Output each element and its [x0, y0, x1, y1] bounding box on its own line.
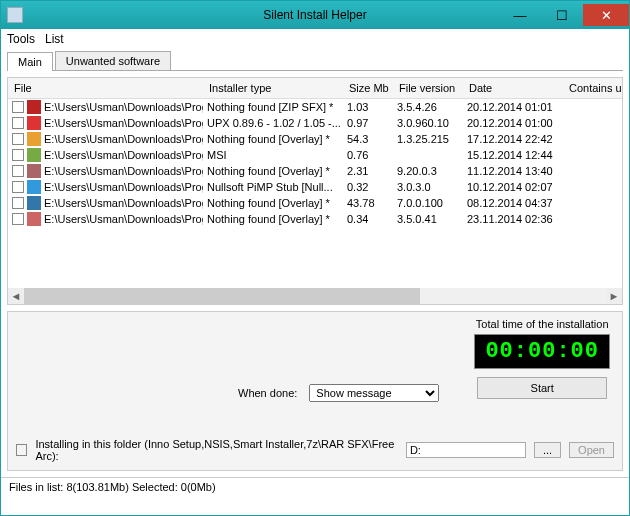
window-title: Silent Install Helper: [263, 8, 366, 22]
table-row[interactable]: E:\Users\Usman\Downloads\Progra...: [8, 131, 203, 147]
table-row[interactable]: E:\Users\Usman\Downloads\Progra...: [8, 163, 203, 179]
file-icon: [27, 212, 41, 226]
install-path-input[interactable]: [406, 442, 526, 458]
tab-main[interactable]: Main: [7, 52, 53, 71]
when-done-label: When done:: [238, 387, 297, 399]
contains-unwanted: [563, 99, 623, 115]
maximize-button[interactable]: ☐: [541, 4, 583, 26]
scroll-left-icon[interactable]: ◄: [8, 288, 24, 304]
file-date: 11.12.2014 13:40: [463, 163, 563, 179]
installer-type: MSI: [203, 147, 343, 163]
scroll-right-icon[interactable]: ►: [606, 288, 622, 304]
file-list: File Installer type Size Mb File version…: [7, 77, 623, 305]
file-version: 3.0.3.0: [393, 179, 463, 195]
file-date: 10.12.2014 02:07: [463, 179, 563, 195]
timer-display: 00:00:00: [474, 334, 610, 369]
file-icon: [27, 148, 41, 162]
col-version[interactable]: File version: [393, 78, 463, 99]
row-checkbox[interactable]: [12, 117, 24, 129]
file-size: 43.78: [343, 195, 393, 211]
row-checkbox[interactable]: [12, 181, 24, 193]
table-row[interactable]: E:\Users\Usman\Downloads\Progra...: [8, 115, 203, 131]
close-button[interactable]: ✕: [583, 4, 629, 26]
tab-strip: Main Unwanted software: [7, 51, 623, 71]
file-path: E:\Users\Usman\Downloads\Progra...: [44, 149, 203, 161]
open-button[interactable]: Open: [569, 442, 614, 458]
file-date: 20.12.2014 01:00: [463, 115, 563, 131]
horizontal-scrollbar[interactable]: ◄ ►: [8, 288, 622, 304]
file-path: E:\Users\Usman\Downloads\Progra...: [44, 101, 203, 113]
file-date: 17.12.2014 22:42: [463, 131, 563, 147]
file-path: E:\Users\Usman\Downloads\Progra...: [44, 213, 203, 225]
file-icon: [27, 180, 41, 194]
timer-label: Total time of the installation: [474, 318, 610, 330]
file-version: 9.20.0.3: [393, 163, 463, 179]
titlebar: Silent Install Helper — ☐ ✕: [1, 1, 629, 29]
file-date: 08.12.2014 04:37: [463, 195, 563, 211]
installer-type: Nothing found [ZIP SFX] *: [203, 99, 343, 115]
table-row[interactable]: E:\Users\Usman\Downloads\Progra...: [8, 195, 203, 211]
col-date[interactable]: Date: [463, 78, 563, 99]
start-button[interactable]: Start: [477, 377, 607, 399]
row-checkbox[interactable]: [12, 165, 24, 177]
file-icon: [27, 116, 41, 130]
file-path: E:\Users\Usman\Downloads\Progra...: [44, 165, 203, 177]
file-version: 3.5.4.26: [393, 99, 463, 115]
file-icon: [27, 164, 41, 178]
file-path: E:\Users\Usman\Downloads\Progra...: [44, 133, 203, 145]
file-icon: [27, 196, 41, 210]
contains-unwanted: [563, 147, 623, 163]
file-size: 0.76: [343, 147, 393, 163]
file-date: 23.11.2014 02:36: [463, 211, 563, 227]
file-icon: [27, 132, 41, 146]
installer-type: Nothing found [Overlay] *: [203, 131, 343, 147]
installer-type: UPX 0.89.6 - 1.02 / 1.05 -...: [203, 115, 343, 131]
menu-tools[interactable]: Tools: [7, 32, 35, 46]
file-path: E:\Users\Usman\Downloads\Progra...: [44, 181, 203, 193]
app-icon: [7, 7, 23, 23]
contains-unwanted: [563, 131, 623, 147]
contains-unwanted: [563, 211, 623, 227]
contains-unwanted: [563, 195, 623, 211]
file-size: 0.34: [343, 211, 393, 227]
contains-unwanted: [563, 179, 623, 195]
col-file[interactable]: File: [8, 78, 203, 99]
installer-type: Nothing found [Overlay] *: [203, 163, 343, 179]
row-checkbox[interactable]: [12, 197, 24, 209]
table-row[interactable]: E:\Users\Usman\Downloads\Progra...: [8, 99, 203, 115]
bottom-panel: Total time of the installation 00:00:00 …: [7, 311, 623, 471]
table-row[interactable]: E:\Users\Usman\Downloads\Progra...: [8, 179, 203, 195]
when-done-select[interactable]: Show messageClose the programRestartShut…: [309, 384, 439, 402]
file-version: 3.5.0.41: [393, 211, 463, 227]
menu-list[interactable]: List: [45, 32, 64, 46]
file-path: E:\Users\Usman\Downloads\Progra...: [44, 117, 203, 129]
row-checkbox[interactable]: [12, 133, 24, 145]
contains-unwanted: [563, 115, 623, 131]
install-folder-checkbox[interactable]: [16, 444, 27, 456]
file-icon: [27, 100, 41, 114]
row-checkbox[interactable]: [12, 101, 24, 113]
table-row[interactable]: E:\Users\Usman\Downloads\Progra...: [8, 211, 203, 227]
file-version: [393, 147, 463, 163]
col-installer-type[interactable]: Installer type: [203, 78, 343, 99]
contains-unwanted: [563, 163, 623, 179]
browse-button[interactable]: ...: [534, 442, 561, 458]
file-size: 0.32: [343, 179, 393, 195]
col-unwanted[interactable]: Contains unwanted s: [563, 78, 623, 99]
row-checkbox[interactable]: [12, 149, 24, 161]
col-size[interactable]: Size Mb: [343, 78, 393, 99]
file-path: E:\Users\Usman\Downloads\Progra...: [44, 197, 203, 209]
table-row[interactable]: E:\Users\Usman\Downloads\Progra...: [8, 147, 203, 163]
scrollbar-thumb[interactable]: [24, 288, 420, 304]
tab-unwanted[interactable]: Unwanted software: [55, 51, 171, 70]
installer-type: Nothing found [Overlay] *: [203, 195, 343, 211]
minimize-button[interactable]: —: [499, 4, 541, 26]
status-bar: Files in list: 8(103.81Mb) Selected: 0(0…: [1, 477, 629, 497]
install-folder-label: Installing in this folder (Inno Setup,NS…: [35, 438, 397, 462]
file-version: 1.3.25.215: [393, 131, 463, 147]
menubar: Tools List: [1, 29, 629, 49]
file-date: 20.12.2014 01:01: [463, 99, 563, 115]
file-version: 7.0.0.100: [393, 195, 463, 211]
installer-type: Nullsoft PiMP Stub [Null...: [203, 179, 343, 195]
row-checkbox[interactable]: [12, 213, 24, 225]
